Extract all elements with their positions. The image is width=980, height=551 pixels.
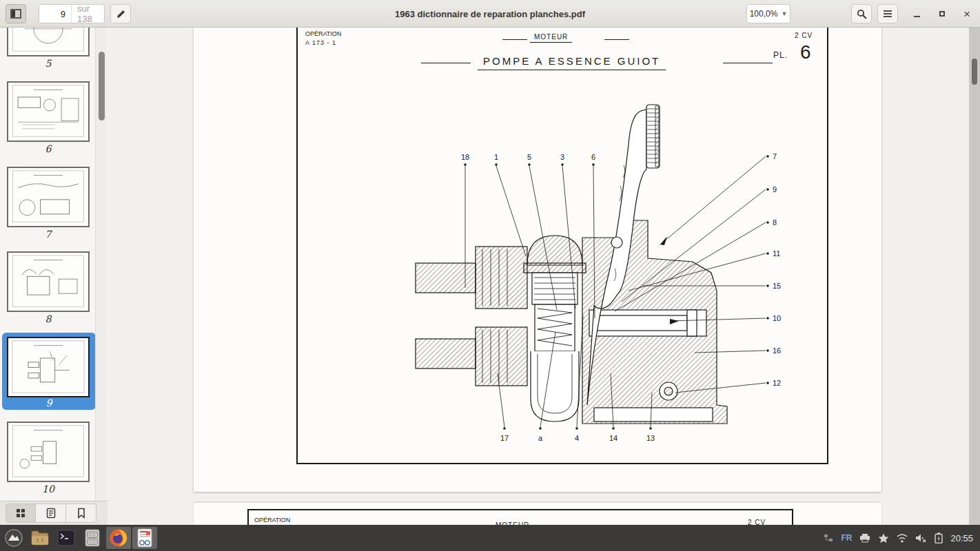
callout-label: 10 — [773, 314, 781, 322]
minimize-icon — [914, 16, 920, 17]
rule — [723, 63, 773, 63]
plate-operation: OPÉRATION — [254, 517, 290, 523]
thumbnail-page-10[interactable] — [7, 422, 90, 482]
system-tray: FR 20:55 — [824, 532, 980, 543]
titlebar: sur 138 1963 dictionnaire de reparation … — [0, 0, 980, 28]
callout-label: 11 — [773, 249, 780, 258]
terminal-icon — [57, 530, 75, 546]
thumbnail-image — [7, 337, 90, 397]
printer-icon[interactable] — [859, 533, 870, 543]
callout-label: 13 — [646, 434, 655, 442]
taskbar-item-archive-manager[interactable] — [80, 527, 105, 549]
callout-label: 5 — [527, 153, 531, 161]
annotation-icon — [46, 508, 56, 519]
zoom-level-value: 100,0% — [750, 9, 778, 19]
document-scrollbar[interactable] — [969, 28, 980, 525]
grid-icon — [16, 508, 25, 518]
document-scrollbar-handle[interactable] — [972, 59, 977, 85]
volume-muted-icon[interactable] — [915, 533, 927, 543]
battery-charging-icon[interactable] — [935, 532, 943, 543]
callout-label: 17 — [500, 434, 509, 442]
sidebar-toggle-button[interactable] — [6, 4, 26, 23]
wifi-icon[interactable] — [897, 534, 908, 543]
clock[interactable]: 20:55 — [950, 533, 973, 543]
annotate-button[interactable] — [110, 4, 131, 23]
tab-bookmarks[interactable] — [66, 503, 96, 523]
taskbar-item-document-viewer[interactable] — [132, 527, 157, 549]
page-total-label: sur 138 — [71, 5, 104, 23]
callout-label: 4 — [575, 434, 579, 442]
plate-number: 6 — [800, 41, 811, 63]
pdf-page-9: OPÉRATION A 173 - 1 MOTEUR 2 CV PL. 6 PO… — [194, 28, 881, 492]
taskbar-item-terminal[interactable] — [54, 527, 79, 549]
thumbnail-page-5[interactable] — [7, 28, 90, 56]
document-viewer-icon — [136, 528, 153, 548]
close-button[interactable]: × — [959, 6, 975, 22]
thumbnail-page-9-selected[interactable]: 9 — [2, 333, 96, 410]
taskbar-item-menu[interactable] — [1, 527, 26, 549]
taskbar-item-firefox[interactable] — [106, 527, 131, 549]
sidebar-icon — [10, 9, 21, 19]
document-view: OPÉRATION A 173 - 1 MOTEUR 2 CV PL. 6 PO… — [108, 28, 980, 525]
callout-label: 12 — [773, 379, 781, 387]
distro-logo-icon — [4, 528, 23, 548]
keyboard-layout-indicator[interactable]: FR — [841, 533, 852, 543]
thumbnail-label: 6 — [7, 143, 90, 154]
minimize-button[interactable] — [908, 6, 925, 22]
network-icon[interactable] — [824, 534, 833, 542]
thumbnail-label: 5 — [7, 58, 90, 69]
tab-thumbnails[interactable] — [6, 503, 36, 523]
search-icon — [857, 9, 867, 19]
thumbnail-label: 8 — [7, 313, 90, 324]
thumbnail-sidebar: 5 6 7 8 — [0, 28, 108, 501]
callout-label: 6 — [591, 153, 595, 161]
close-icon: × — [963, 8, 970, 20]
bookmark-icon — [77, 508, 85, 519]
chevron-down-icon: ▼ — [781, 10, 787, 17]
callout-label: 8 — [773, 218, 777, 227]
callout-label: 3 — [560, 153, 564, 161]
callout-label: 16 — [773, 346, 781, 355]
window-title: 1963 dictionnaire de reparation planches… — [207, 0, 773, 28]
file-cabinet-icon — [84, 529, 101, 547]
callout-label: 1 — [494, 153, 498, 161]
plate-operation-number: A 173 - 1 — [305, 39, 336, 46]
thumbnail-label: 7 — [7, 229, 90, 240]
thumbnail-page-8[interactable] — [7, 251, 90, 312]
maximize-icon — [939, 11, 945, 17]
taskbar-item-files[interactable] — [28, 527, 52, 549]
callout-label: 14 — [609, 434, 617, 442]
taskbar: FR 20:55 — [0, 525, 980, 551]
callout-label: 7 — [773, 152, 777, 160]
hamburger-icon — [883, 10, 892, 18]
maximize-button[interactable] — [934, 6, 950, 22]
plate-label: PL. — [773, 50, 788, 60]
page-number-input[interactable] — [39, 5, 71, 23]
tab-annotations[interactable] — [36, 503, 66, 523]
star-icon[interactable] — [878, 533, 889, 543]
thumbnail-label: 9 — [2, 397, 96, 408]
sidebar-mode-tabs — [0, 501, 108, 525]
callout-label: a — [538, 434, 543, 442]
plate-operation: OPÉRATION — [305, 30, 341, 37]
thumbnail-page-7[interactable] — [7, 167, 90, 227]
callout-label: 9 — [773, 185, 777, 194]
zoom-level-dropdown[interactable]: 100,0% ▼ — [746, 4, 790, 23]
rule — [604, 39, 629, 40]
folder-icon — [30, 530, 50, 546]
search-button[interactable] — [851, 4, 872, 23]
thumbnail-label: 10 — [7, 484, 90, 495]
sidebar-scrollbar-handle[interactable] — [99, 52, 105, 121]
sidebar-scrollbar[interactable] — [95, 28, 107, 501]
thumbnail-page-6[interactable] — [7, 81, 90, 142]
page-number-entry: sur 138 — [39, 4, 105, 23]
plate-section: MOTEUR — [530, 33, 572, 43]
fuel-pump-diagram: 18 1 5 3 6 17 a 4 14 13 7 9 8 11 15 10 1… — [414, 103, 793, 455]
pencil-icon — [116, 9, 126, 19]
rule — [421, 63, 471, 63]
plate-model: 2 CV — [795, 32, 813, 39]
firefox-icon — [109, 528, 128, 548]
callout-label: 15 — [773, 282, 781, 290]
menu-button[interactable] — [877, 4, 898, 23]
rule — [502, 39, 527, 40]
